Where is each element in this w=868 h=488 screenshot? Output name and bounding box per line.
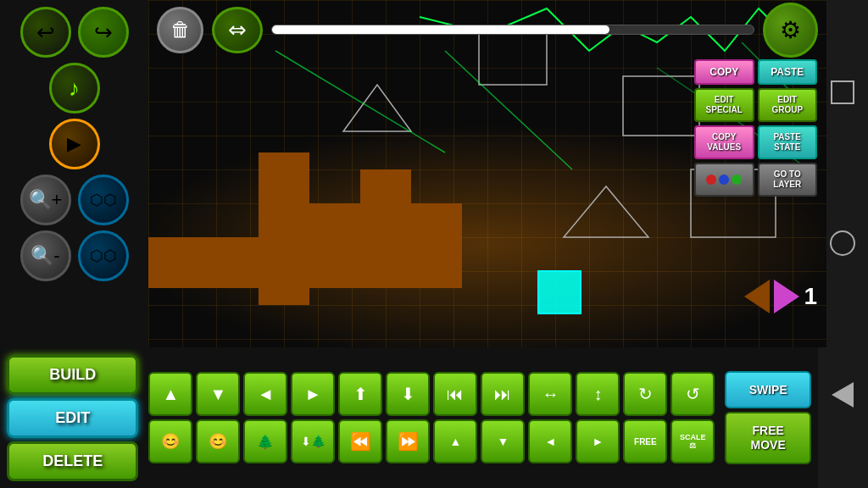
rotate-ccw-button[interactable]: ↺ bbox=[670, 372, 715, 416]
android-square-button[interactable] bbox=[831, 80, 854, 104]
svg-rect-0 bbox=[259, 152, 309, 288]
music-row: ♪ bbox=[49, 63, 100, 114]
edit-group-button[interactable]: EditGroup bbox=[758, 88, 818, 122]
action-4-button[interactable]: ⬇🌲 bbox=[291, 419, 335, 463]
svg-rect-3 bbox=[411, 203, 462, 288]
redo-button[interactable]: ↪ bbox=[78, 7, 129, 58]
swipe-button[interactable]: Swipe bbox=[725, 371, 811, 408]
zoom-in-button[interactable]: 🔍+ bbox=[20, 175, 71, 225]
music-button[interactable]: ♪ bbox=[49, 63, 100, 114]
triangle-icon bbox=[832, 382, 854, 408]
undo-button[interactable]: ↩ bbox=[20, 7, 71, 58]
action-2-button[interactable]: 😊 bbox=[196, 419, 240, 463]
move-up-alt-button[interactable]: ⬆ bbox=[338, 372, 382, 416]
rotate-cw-button[interactable]: ↻ bbox=[623, 372, 667, 416]
delete-mode-button[interactable]: Delete bbox=[7, 441, 138, 481]
mini-right-button[interactable]: ► bbox=[576, 419, 620, 463]
copy-button[interactable]: Copy bbox=[694, 59, 754, 85]
free-button[interactable]: FREE bbox=[623, 419, 667, 463]
android-circle-button[interactable] bbox=[830, 230, 855, 256]
paste-state-button[interactable]: PasteState bbox=[758, 125, 818, 159]
flip-v-button[interactable]: ↕ bbox=[576, 372, 620, 416]
right-panel: Copy Paste EditSpecial EditGroup CopyVal… bbox=[694, 59, 817, 197]
undo-redo-row: ↩ ↪ bbox=[20, 7, 129, 58]
speed-row: ▶ bbox=[49, 119, 100, 169]
skip-back-button[interactable]: ⏮ bbox=[433, 372, 477, 416]
rewind-button[interactable]: ⏪ bbox=[338, 419, 382, 463]
move-down-alt-button[interactable]: ⬇ bbox=[386, 372, 430, 416]
move-left-button[interactable]: ◄ bbox=[243, 372, 287, 416]
mini-left-button[interactable]: ◄ bbox=[528, 419, 572, 463]
action-row-2: 😊 😊 🌲 ⬇🌲 ⏪ ⏩ ▲ ▼ ◄ ► FREE SCALE⚖ bbox=[148, 419, 715, 463]
circle-icon bbox=[830, 230, 855, 256]
edit-mode-button[interactable]: Edit bbox=[7, 398, 138, 438]
swap-arrow-button[interactable]: ⇔ bbox=[212, 7, 263, 53]
layer-row: Go ToLayer bbox=[694, 163, 817, 197]
layer-next-button[interactable] bbox=[774, 280, 799, 313]
svg-rect-16 bbox=[538, 271, 581, 313]
copy-values-row: CopyValues PasteState bbox=[694, 125, 817, 159]
copy-paste-row: Copy Paste bbox=[694, 59, 817, 85]
zoom-out-row: 🔍- ⬡⬡ bbox=[20, 230, 129, 281]
zoom-out-button[interactable]: 🔍- bbox=[20, 230, 71, 281]
trash-button[interactable]: 🗑 bbox=[157, 7, 203, 53]
square-icon bbox=[831, 80, 854, 104]
move-right-button[interactable]: ► bbox=[291, 372, 335, 416]
mini-down-button[interactable]: ▼ bbox=[481, 419, 525, 463]
zoom-row: 🔍+ ⬡⬡ bbox=[20, 175, 129, 225]
progress-fill bbox=[272, 25, 609, 34]
svg-marker-10 bbox=[564, 186, 648, 237]
build-mode-button[interactable]: Build bbox=[7, 355, 138, 395]
layer-number: 1 bbox=[804, 283, 817, 310]
layer-navigation: 1 bbox=[744, 280, 817, 313]
action-grid: ▲ ▼ ◄ ► ⬆ ⬇ ⏮ ⏭ ↔ ↕ ↻ ↺ 😊 😊 🌲 ⬇🌲 ⏪ ⏩ ▲ ▼… bbox=[145, 347, 718, 488]
copy-values-button[interactable]: CopyValues bbox=[694, 125, 754, 159]
unlink-button[interactable]: ⬡⬡ bbox=[78, 230, 129, 281]
top-toolbar: 🗑 ⇔ ⚙ bbox=[148, 0, 826, 59]
fast-forward-button[interactable]: ⏩ bbox=[386, 419, 430, 463]
svg-rect-5 bbox=[259, 288, 309, 305]
skip-forward-button[interactable]: ⏭ bbox=[481, 372, 525, 416]
svg-rect-9 bbox=[623, 76, 699, 136]
svg-line-13 bbox=[445, 51, 572, 169]
settings-button[interactable]: ⚙ bbox=[763, 3, 818, 58]
mini-up-button[interactable]: ▲ bbox=[433, 419, 477, 463]
paste-button[interactable]: Paste bbox=[758, 59, 818, 85]
mode-buttons-panel: Build Edit Delete bbox=[0, 347, 145, 488]
edit-special-button[interactable]: EditSpecial bbox=[694, 88, 754, 122]
action-1-button[interactable]: 😊 bbox=[148, 419, 192, 463]
svg-line-12 bbox=[275, 51, 445, 152]
speed-button[interactable]: ▶ bbox=[49, 119, 100, 169]
move-up-button[interactable]: ▲ bbox=[148, 372, 192, 416]
go-to-layer-text-button[interactable]: Go ToLayer bbox=[758, 163, 818, 197]
action-3-button[interactable]: 🌲 bbox=[243, 419, 287, 463]
flip-h-button[interactable]: ↔ bbox=[528, 372, 572, 416]
move-down-button[interactable]: ▼ bbox=[196, 372, 240, 416]
go-to-layer-button[interactable] bbox=[694, 163, 754, 197]
svg-rect-6 bbox=[309, 254, 411, 288]
svg-rect-4 bbox=[148, 237, 259, 288]
android-back-button[interactable] bbox=[832, 382, 854, 408]
free-move-button[interactable]: FreeMove bbox=[725, 412, 811, 464]
layer-prev-button[interactable] bbox=[744, 280, 770, 313]
right-actions-panel: Swipe FreeMove bbox=[718, 347, 818, 488]
scale-button[interactable]: SCALE⚖ bbox=[670, 419, 715, 463]
link-button[interactable]: ⬡⬡ bbox=[78, 175, 129, 225]
bottom-area: Build Edit Delete ▲ ▼ ◄ ► ⬆ ⬇ ⏮ ⏭ ↔ ↕ ↻ … bbox=[0, 347, 818, 488]
svg-marker-8 bbox=[343, 85, 411, 131]
progress-bar bbox=[271, 25, 754, 35]
left-sidebar: ↩ ↪ ♪ ▶ 🔍+ ⬡⬡ 🔍- ⬡⬡ bbox=[0, 0, 148, 347]
edit-row: EditSpecial EditGroup bbox=[694, 88, 817, 122]
action-row-1: ▲ ▼ ◄ ► ⬆ ⬇ ⏮ ⏭ ↔ ↕ ↻ ↺ bbox=[148, 372, 715, 416]
